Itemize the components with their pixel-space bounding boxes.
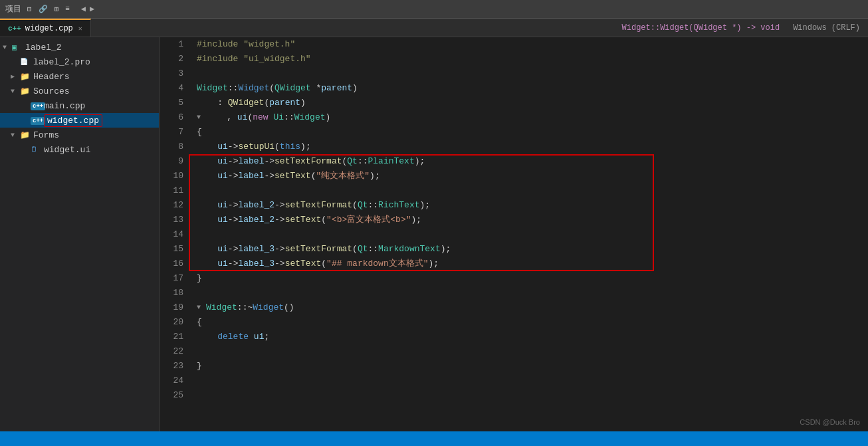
code-line-10: ui->label->setText("纯文本格式");	[197, 169, 863, 183]
code-editor[interactable]: 1234567891011121314151617181920212223242…	[160, 37, 868, 431]
code-line-20: {	[197, 315, 863, 330]
token-ui-obj: ui	[217, 213, 228, 227]
token-cn: RichText	[378, 198, 419, 213]
link-icon[interactable]: 🔗	[37, 4, 50, 14]
tree-item-sources[interactable]: ▼📁Sources	[0, 84, 159, 98]
code-line-19: ▼ Widget::~Widget()	[197, 300, 863, 315]
tree-item-headers[interactable]: ▶📁Headers	[0, 69, 159, 84]
tree-item-label2-root[interactable]: ▼▣label_2	[0, 40, 159, 55]
line-number-18: 18	[165, 286, 183, 300]
token-plain: ->	[274, 213, 285, 227]
token-str: "## markdown文本格式"	[326, 257, 428, 271]
next-nav[interactable]: ▶	[90, 4, 94, 14]
title-bar: 项目 ⊟ 🔗 ⊞ ≡ ◀ ▶	[0, 0, 868, 19]
line-number-5: 5	[165, 96, 183, 110]
token-plain	[249, 330, 254, 344]
token-cn: QWidget	[274, 81, 311, 96]
token-plain: ->	[228, 169, 239, 183]
tree-arrow-headers: ▶	[11, 72, 20, 80]
token-cn: Qt	[358, 198, 368, 213]
tab-right-info: Widget::Widget(QWidget *) -> void Window…	[622, 19, 868, 37]
token-plain: ;	[264, 330, 269, 344]
token-plain: ->	[228, 140, 239, 154]
code-line-3	[197, 66, 863, 81]
token-fn: setTextFormat	[285, 198, 352, 213]
prev-nav[interactable]: ◀	[81, 4, 86, 14]
tree-label-forms: Forms	[33, 130, 59, 140]
token-plain: (	[311, 169, 316, 183]
tree-item-forms[interactable]: ▼📁Forms	[0, 128, 159, 142]
encoding-label: Windows (CRLF)	[793, 23, 860, 33]
tree-item-label2-pro[interactable]: 📄label_2.pro	[0, 55, 159, 69]
tree-icon-folder: 📁	[20, 130, 31, 140]
token-plain: (	[321, 257, 326, 271]
code-line-5: : QWidget(parent)	[197, 96, 863, 110]
token-plain	[197, 154, 217, 169]
token-plain: )	[352, 81, 358, 96]
code-line-12: ui->label_2->setTextFormat(Qt::RichText)…	[197, 198, 863, 213]
token-plain: ->	[228, 213, 239, 227]
grid-icon[interactable]: ⊞	[53, 4, 61, 14]
token-plain: }	[197, 359, 202, 374]
tree-item-widget-cpp[interactable]: c++widget.cpp	[0, 113, 159, 128]
token-plain	[197, 330, 217, 344]
token-plain: *	[311, 81, 322, 96]
code-line-8: ui->setupUi(this);	[197, 140, 863, 154]
token-ui-obj: ui	[217, 154, 228, 169]
line-number-15: 15	[165, 242, 183, 257]
token-plain: ::	[228, 81, 239, 96]
token-plain: ::	[368, 198, 379, 213]
project-label: 项目	[5, 3, 21, 15]
token-kw: this	[280, 140, 300, 154]
token-plain: (	[264, 96, 269, 110]
token-cn: Qt	[347, 154, 358, 169]
token-ui-obj: ui	[217, 140, 228, 154]
token-plain: );	[429, 257, 439, 271]
line-number-25: 25	[165, 388, 183, 403]
code-content[interactable]: #include "widget.h"#include "ui_widget.h…	[191, 37, 868, 431]
token-cn: Widget	[294, 110, 326, 125]
token-ui-obj: ui	[217, 198, 228, 213]
tab-label: widget.cpp	[25, 24, 73, 33]
token-plain: ->	[274, 242, 285, 257]
tree-arrow-forms: ▼	[11, 132, 20, 139]
tree-icon-folder: 📁	[20, 86, 31, 96]
token-param: parent	[269, 96, 300, 110]
token-plain: );	[411, 213, 422, 227]
token-ui-obj: label_3	[238, 257, 274, 271]
tab-close-button[interactable]: ✕	[78, 25, 82, 33]
line-number-17: 17	[165, 271, 183, 286]
toolbar-icons: ⊟ 🔗 ⊞ ≡	[25, 4, 72, 14]
fold-arrow-6[interactable]: ▼	[197, 110, 205, 125]
tab-widget-cpp[interactable]: c++ widget.cpp ✕	[0, 19, 91, 37]
token-plain: (	[352, 198, 358, 213]
token-plain	[197, 213, 217, 227]
fold-arrow-19[interactable]: ▼	[197, 300, 205, 315]
tree-label-sources: Sources	[33, 86, 70, 96]
token-fn: QWidget	[228, 96, 265, 110]
tree-item-main-cpp[interactable]: c++main.cpp	[0, 98, 159, 113]
token-plain: ::	[358, 154, 368, 169]
token-cn: Widget	[206, 300, 237, 315]
line-number-3: 3	[165, 66, 183, 81]
token-str: "<b>富文本格式<b>"	[326, 213, 411, 227]
line-numbers: 1234567891011121314151617181920212223242…	[160, 37, 191, 431]
token-plain: ->	[228, 242, 239, 257]
token-ui-obj: label	[238, 154, 264, 169]
token-fn: setupUi	[238, 140, 274, 154]
token-fn: setText	[285, 257, 322, 271]
filter-icon[interactable]: ⊟	[25, 4, 34, 14]
token-plain: ->	[274, 257, 285, 271]
code-line-11	[197, 183, 863, 198]
line-number-24: 24	[165, 374, 183, 388]
token-ui-obj: label_3	[238, 242, 274, 257]
more-icon[interactable]: ≡	[63, 4, 72, 14]
token-plain	[197, 242, 217, 257]
line-number-12: 12	[165, 198, 183, 213]
tree-icon-cpp: c++	[31, 101, 41, 110]
token-plain: (	[247, 110, 253, 125]
tree-icon-ui: 🗒	[31, 145, 41, 154]
tree-item-widget-ui[interactable]: 🗒widget.ui	[0, 142, 159, 157]
token-kw: Widget	[238, 81, 269, 96]
tree-icon-cpp: c++	[31, 116, 41, 125]
